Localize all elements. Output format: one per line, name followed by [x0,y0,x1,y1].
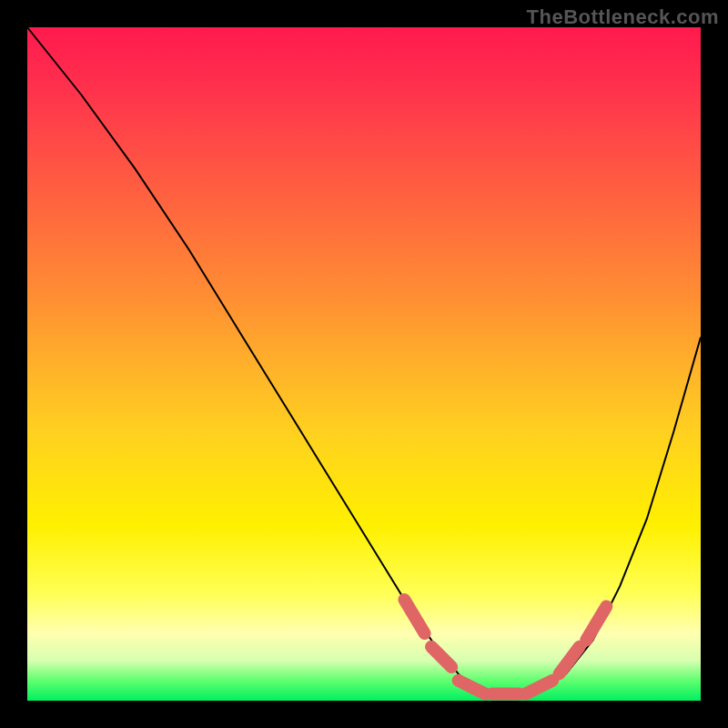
bottleneck-curve [27,27,701,694]
trough-markers [404,600,606,694]
trough-marker-segment [560,647,580,674]
plot-area [27,27,701,701]
trough-marker-segment [404,600,424,633]
trough-marker-segment [431,647,451,667]
curve-svg [27,27,701,701]
trough-marker-segment [526,681,553,694]
trough-marker-segment [459,681,486,694]
trough-marker-segment [586,606,606,640]
chart-frame: TheBottleneck.com [0,0,728,728]
watermark-text: TheBottleneck.com [527,5,719,29]
